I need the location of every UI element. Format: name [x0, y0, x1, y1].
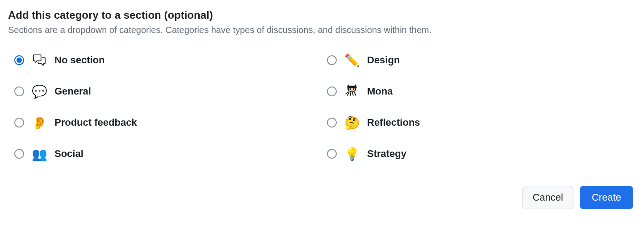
option-label: General: [54, 86, 91, 97]
radio-social[interactable]: [14, 149, 24, 159]
option-general[interactable]: 💬 General: [8, 84, 321, 99]
option-strategy[interactable]: 💡 Strategy: [321, 147, 633, 161]
dialog-footer: Cancel Create: [8, 186, 636, 209]
section-heading: Add this category to a section (optional…: [8, 9, 636, 21]
radio-product-feedback[interactable]: [14, 118, 24, 128]
option-label: Strategy: [367, 148, 406, 160]
section-options-grid: No section ✏️ Design 💬 General Mona 👂 Pr…: [8, 53, 633, 161]
option-label: Mona: [367, 86, 393, 97]
option-label: Design: [367, 54, 400, 66]
option-social[interactable]: 👥 Social: [8, 147, 321, 161]
create-button[interactable]: Create: [580, 186, 633, 209]
mona-icon: [345, 84, 359, 99]
option-product-feedback[interactable]: 👂 Product feedback: [8, 115, 321, 130]
option-no-section[interactable]: No section: [8, 53, 321, 67]
option-label: Social: [54, 148, 84, 160]
cancel-button[interactable]: Cancel: [522, 186, 573, 209]
radio-no-section[interactable]: [14, 55, 24, 65]
lightbulb-icon: 💡: [345, 147, 359, 161]
radio-reflections[interactable]: [327, 118, 337, 128]
comment-discussion-icon: [32, 53, 46, 67]
people-icon: 👥: [32, 147, 46, 161]
option-design[interactable]: ✏️ Design: [321, 53, 633, 67]
pencil-icon: ✏️: [345, 53, 359, 67]
option-reflections[interactable]: 🤔 Reflections: [321, 115, 633, 130]
option-mona[interactable]: Mona: [321, 84, 633, 99]
speech-bubble-icon: 💬: [32, 84, 46, 99]
option-label: Reflections: [367, 117, 420, 128]
option-label: No section: [54, 54, 105, 66]
radio-mona[interactable]: [327, 86, 337, 96]
radio-strategy[interactable]: [327, 149, 337, 159]
radio-general[interactable]: [14, 86, 24, 96]
option-label: Product feedback: [54, 117, 137, 128]
radio-design[interactable]: [327, 55, 337, 65]
section-subheading: Sections are a dropdown of categories. C…: [8, 25, 636, 35]
ear-icon: 👂: [32, 115, 46, 130]
thinking-face-icon: 🤔: [345, 115, 359, 130]
